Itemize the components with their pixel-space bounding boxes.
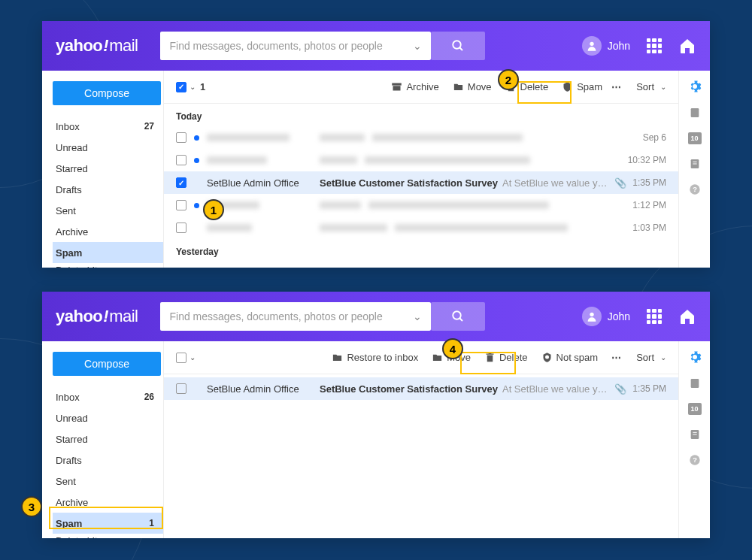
svg-point-0 (453, 41, 462, 49)
annotation-badge-1: 1 (203, 199, 224, 220)
calendar-icon[interactable]: 10 (688, 403, 702, 415)
utility-bar: 10 ? (678, 341, 710, 538)
compose-button[interactable]: Compose (53, 352, 161, 376)
header: yahoo!mail Find messages, documents, pho… (42, 292, 710, 341)
restore-button[interactable]: Restore to inbox (332, 352, 418, 363)
search-icon (451, 310, 465, 323)
user-menu[interactable]: John (582, 36, 630, 56)
message-list: ⌄ Restore to inbox Move Delete Not spam … (164, 341, 678, 538)
contacts-icon[interactable] (689, 107, 701, 119)
archive-button[interactable]: Archive (391, 81, 438, 92)
home-icon[interactable] (678, 37, 696, 55)
search-button[interactable] (431, 302, 485, 331)
help-icon[interactable]: ? (689, 183, 701, 195)
spam-button[interactable]: Spam (562, 81, 602, 92)
apps-icon[interactable] (647, 38, 662, 53)
select-all-checkbox[interactable] (176, 353, 186, 363)
row-checkbox[interactable] (176, 132, 186, 143)
notes-icon[interactable] (689, 428, 701, 440)
email-row[interactable]: 10:32 PM (164, 149, 678, 171)
svg-rect-5 (690, 108, 699, 117)
folder-archive[interactable]: Archive (53, 221, 163, 242)
attachment-icon: 📎 (614, 177, 626, 189)
email-row-selected[interactable]: SetBlue Admin OfficeSetBlue Customer Sat… (164, 171, 678, 194)
chevron-down-icon[interactable]: ⌄ (190, 83, 196, 91)
folder-starred[interactable]: Starred (53, 158, 163, 179)
section-yesterday: Yesterday (164, 239, 678, 262)
move-button[interactable]: Move (453, 81, 492, 92)
svg-point-13 (590, 313, 593, 316)
folder-deleted[interactable]: Deleted Items (53, 263, 163, 268)
select-all-checkbox[interactable] (176, 82, 186, 92)
folder-deleted[interactable]: Deleted Items (53, 534, 163, 538)
more-icon[interactable]: ⋯ (611, 81, 621, 92)
panel-spam: yahoo!mail Find messages, documents, pho… (42, 292, 710, 538)
search-icon (451, 39, 465, 53)
help-icon[interactable]: ? (689, 454, 701, 466)
row-checkbox[interactable] (176, 200, 186, 210)
folder-sent[interactable]: Sent (53, 471, 163, 492)
svg-rect-4 (393, 86, 401, 90)
svg-text:?: ? (693, 186, 697, 193)
settings-icon[interactable] (688, 80, 702, 93)
settings-icon[interactable] (688, 350, 702, 364)
calendar-icon[interactable]: 10 (688, 132, 702, 144)
home-icon[interactable] (678, 307, 696, 325)
list-toolbar: ⌄ 1 Archive Move Delete Spam ⋯ Sort⌄ (164, 71, 678, 104)
sort-button[interactable]: Sort⌄ (636, 352, 666, 363)
annotation-badge-3: 3 (21, 496, 42, 517)
folder-starred[interactable]: Starred (53, 428, 163, 450)
email-row[interactable]: 1:12 PM (164, 194, 678, 216)
folder-unread[interactable]: Unread (53, 137, 163, 158)
folder-inbox[interactable]: Inbox27 (53, 116, 163, 137)
annotation-badge-4: 4 (442, 338, 463, 359)
sort-button[interactable]: Sort⌄ (636, 81, 666, 92)
delete-button[interactable]: Delete (484, 352, 528, 363)
email-row[interactable]: SetBlue Admin OfficeSetBlue Customer Sat… (164, 377, 678, 400)
folder-unread[interactable]: Unread (53, 407, 163, 428)
header: yahoo!mail Find messages, documents, pho… (42, 21, 710, 71)
user-menu[interactable]: John (582, 307, 630, 326)
avatar-icon (582, 307, 602, 326)
svg-line-1 (460, 47, 463, 50)
more-icon[interactable]: ⋯ (611, 352, 621, 363)
email-row[interactable]: Sep 6 (164, 126, 678, 149)
search-button[interactable] (431, 32, 485, 60)
section-today: Today (164, 104, 678, 126)
row-checkbox[interactable] (176, 177, 186, 188)
contacts-icon[interactable] (689, 377, 701, 389)
notes-icon[interactable] (689, 158, 701, 170)
avatar-icon (582, 36, 602, 56)
folder-inbox[interactable]: Inbox26 (53, 386, 163, 407)
folder-spam[interactable]: Spam (53, 242, 163, 263)
compose-button[interactable]: Compose (53, 81, 161, 105)
svg-line-12 (460, 318, 463, 321)
folder-drafts[interactable]: Drafts (53, 450, 163, 471)
search-input[interactable]: Find messages, documents, photos or peop… (160, 302, 431, 331)
logo[interactable]: yahoo!mail (56, 36, 138, 56)
not-spam-button[interactable]: Not spam (541, 352, 599, 363)
selected-count: 1 (200, 81, 205, 92)
list-toolbar: ⌄ Restore to inbox Move Delete Not spam … (164, 341, 678, 374)
attachment-icon: 📎 (614, 383, 626, 395)
svg-rect-3 (393, 83, 402, 86)
row-checkbox[interactable] (176, 222, 186, 233)
row-checkbox[interactable] (176, 383, 186, 394)
email-row[interactable]: 1:03 PM (164, 216, 678, 239)
annotation-badge-2: 2 (498, 69, 519, 90)
svg-point-14 (545, 355, 549, 359)
folder-spam[interactable]: Spam1 (53, 513, 163, 534)
folder-drafts[interactable]: Drafts (53, 179, 163, 200)
row-checkbox[interactable] (176, 155, 186, 165)
chevron-down-icon[interactable]: ⌄ (413, 40, 422, 52)
svg-rect-15 (690, 379, 699, 388)
sidebar: Compose Inbox26 Unread Starred Drafts Se… (42, 341, 164, 538)
chevron-down-icon[interactable]: ⌄ (413, 310, 422, 322)
folder-sent[interactable]: Sent (53, 200, 163, 221)
chevron-down-icon[interactable]: ⌄ (190, 353, 196, 362)
apps-icon[interactable] (647, 309, 662, 324)
svg-text:?: ? (693, 456, 697, 464)
folder-archive[interactable]: Archive (53, 492, 163, 513)
search-input[interactable]: Find messages, documents, photos or peop… (160, 32, 431, 60)
logo[interactable]: yahoo!mail (56, 307, 138, 326)
